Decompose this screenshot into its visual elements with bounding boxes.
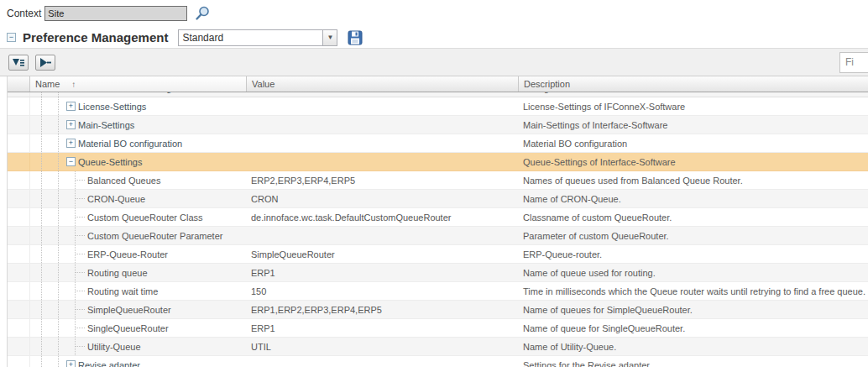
row-name: Routing queue [87,268,148,278]
collapse-all-icon [39,58,51,67]
table-row[interactable]: − Queue-Settings Queue-Settings of Inter… [8,153,868,171]
tree-line [58,338,59,355]
filter-input[interactable]: Fi [839,52,868,73]
row-description: Name of queue used for routing. [519,264,868,281]
column-header-value[interactable]: Value [247,76,519,92]
row-gutter [8,282,30,300]
table-row[interactable]: Routing wait time 150 Time in millisecon… [8,282,868,301]
table-row[interactable]: SimpleQueueRouter ERP1,ERP2,ERP3,ERP4,ER… [8,301,868,319]
grid-body: + IDM max values configuration Konfigura… [8,92,868,367]
tree-line [58,319,59,337]
context-input[interactable] [44,6,187,21]
tree-line [41,282,42,300]
context-bar: Context [0,0,868,27]
row-name: Revise adapter [78,360,140,367]
row-description: Settings for the Revise adapter [519,356,868,367]
tree-expand-icon[interactable]: + [66,360,76,367]
row-name-cell: CRON-Queue [30,190,247,207]
tree-connector [75,272,85,273]
table-row[interactable]: Routing queue ERP1 Name of queue used fo… [8,264,868,282]
tree-expand-icon[interactable]: − [66,157,76,166]
row-gutter [8,97,30,115]
column-header-value-label: Value [252,79,275,89]
preset-input[interactable] [178,29,322,46]
tree-line [41,116,42,134]
table-row[interactable]: + License-Settings License-Settings of I… [8,97,868,116]
row-name-cell: + IDM max values configuration [30,92,247,97]
row-description: Name of queue for SingleQueueRouter. [519,319,868,337]
row-gutter [8,245,30,263]
row-value [247,153,519,170]
section-collapse-icon[interactable]: − [7,33,16,42]
row-value [247,116,519,134]
tree-line [41,264,42,281]
page-title: Preference Management [23,30,168,45]
grid-header: Name ↑ Value Description [8,76,868,92]
tree-line [58,97,59,115]
row-name-cell: SingleQueueRouter [30,319,247,337]
row-value: CRON [247,190,519,207]
tree-line [58,245,59,263]
tree-expand-icon[interactable]: + [66,102,76,111]
grid-toolbar: Fi [0,48,868,76]
column-header-description[interactable]: Description [519,76,868,92]
column-header-name[interactable]: Name ↑ [30,76,247,92]
row-name-cell: − Queue-Settings [30,153,247,170]
chevron-down-icon[interactable]: ▼ [322,29,337,46]
table-row[interactable]: CRON-Queue CRON Name of CRON-Queue. [8,190,868,208]
table-row[interactable]: + Revise adapter Settings for the Revise… [8,356,868,367]
row-name-cell: Routing queue [30,264,247,281]
table-row[interactable]: Custom QueueRouter Parameter Parameter o… [8,227,868,245]
column-header-name-label: Name [35,79,60,89]
tree-line [58,134,59,152]
row-gutter [8,92,30,97]
row-description: Parameter of custom QueueRouter. [519,227,868,244]
table-row[interactable]: Custom QueueRouter Class de.innoface.wc.… [8,208,868,227]
table-row[interactable]: + Material BO configuration Material BO … [8,134,868,153]
table-row[interactable]: + Main-Settings Main-Settings of Interfa… [8,116,868,134]
row-name-cell: Custom QueueRouter Class [30,208,247,226]
row-value: 150 [247,282,519,300]
tree-connector [75,235,85,236]
row-name-cell: Custom QueueRouter Parameter [30,227,247,244]
table-row[interactable]: ERP-Queue-Router SimpleQueueRouter ERP-Q… [8,245,868,264]
row-name: Utility-Queue [87,342,141,352]
row-name: CRON-Queue [87,194,145,204]
row-gutter [8,319,30,337]
tree-connector [75,291,85,291]
save-button[interactable] [348,30,363,45]
row-value [247,134,519,152]
tree-expand-icon[interactable]: + [66,139,76,148]
floppy-disk-icon [348,30,363,45]
row-value: ERP2,ERP3,ERP4,ERP5 [247,171,519,189]
row-name: Material BO configuration [78,139,182,149]
tree-line [41,153,42,170]
table-row[interactable]: SingleQueueRouter ERP1 Name of queue for… [8,319,868,338]
sort-asc-icon: ↑ [71,80,76,89]
row-name-cell: Utility-Queue [30,338,247,355]
row-name-cell: Routing wait time [30,282,247,300]
tree-expand-icon[interactable]: + [66,120,76,129]
search-icon[interactable] [194,5,211,22]
collapse-all-button[interactable] [35,55,55,71]
row-value [247,92,519,97]
tree-connector [75,328,85,328]
tree-connector [75,217,85,218]
row-description: License-Settings of IFConneX-Software [519,97,868,115]
tree-line [58,282,59,300]
column-header-gutter [8,76,30,92]
tree-line [58,227,59,244]
column-header-description-label: Description [524,79,570,89]
row-value [247,356,519,367]
tree-line [58,356,59,367]
table-row[interactable]: Utility-Queue UTIL Name of Utility-Queue… [8,338,868,356]
row-gutter [8,301,30,318]
expand-all-button[interactable] [8,55,29,71]
tree-line [41,319,42,337]
tree-line [58,116,59,134]
row-gutter [8,190,30,207]
table-row[interactable]: Balanced Queues ERP2,ERP3,ERP4,ERP5 Name… [8,171,868,190]
tree-line [41,227,42,244]
row-description: ERP-Queue-router. [519,245,868,263]
row-value: SimpleQueueRouter [247,245,519,263]
